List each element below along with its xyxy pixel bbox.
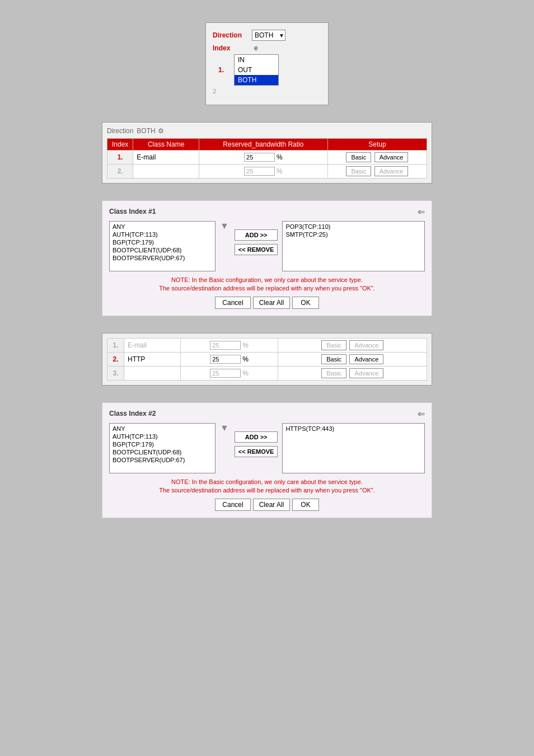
row-3-percent: %: [242, 369, 249, 377]
row-3-advance-btn[interactable]: Advance: [349, 368, 383, 378]
cancel-button-1[interactable]: Cancel: [215, 297, 250, 309]
class-data-table-2: 1. E-mail % Basic Advance 2.: [107, 338, 427, 381]
list-item[interactable]: HTTPS(TCP:443): [284, 425, 423, 433]
row-2-advance-btn-2[interactable]: Advance: [349, 354, 383, 364]
scroll-down-2[interactable]: ▼: [220, 423, 229, 433]
row-1-basic-btn[interactable]: Basic: [346, 152, 371, 162]
row-1-basic-cell: Basic Advance: [327, 151, 427, 165]
row-1-setup-2: Basic Advance: [278, 338, 427, 352]
row-1-bandwidth: %: [180, 338, 278, 352]
direction-dropdown-menu[interactable]: IN OUT BOTH: [234, 54, 279, 86]
list-item[interactable]: BOOTPCLIENT(UDP:68): [111, 448, 214, 456]
option-in[interactable]: IN: [235, 55, 278, 65]
row-2-percent: %: [277, 167, 283, 175]
remove-button-1[interactable]: << REMOVE: [235, 244, 278, 255]
right-list-1[interactable]: POP3(TCP:110) SMTP(TCP:25): [282, 221, 425, 271]
row-1-advance-btn[interactable]: Advance: [374, 152, 409, 162]
direction-select-wrapper: ▼: [252, 30, 285, 41]
row-number-1: 1.: [213, 66, 229, 74]
row-1-advance-btn-2[interactable]: Advance: [349, 340, 383, 350]
left-list-2[interactable]: ANY AUTH(TCP:113) BGP(TCP:179) BOOTPCLIE…: [109, 423, 216, 473]
row-1-bw-input[interactable]: [244, 153, 275, 162]
list-item[interactable]: POP3(TCP:110): [284, 223, 423, 231]
col-class-name: Class Name: [133, 139, 199, 151]
row-3-bandwidth: %: [180, 366, 278, 380]
class-index-1-title: Class Index #1: [109, 208, 425, 215]
row-2-classname-2: HTTP: [124, 352, 181, 366]
class-table-panel-2: 1. E-mail % Basic Advance 2.: [102, 333, 432, 386]
left-list-1[interactable]: ANY AUTH(TCP:113) BGP(TCP:179) BOOTPCLIE…: [109, 221, 216, 271]
table-row: 2. HTTP % Basic Advance: [107, 352, 427, 366]
row-1-bandwidth: %: [199, 151, 327, 165]
row-1-classname: E-mail: [133, 151, 199, 165]
right-list-2[interactable]: HTTPS(TCP:443): [282, 423, 425, 473]
list-item[interactable]: BOOTPSERVER(UDP:67): [111, 456, 214, 464]
class-index-2-panel: Class Index #2 ⇐ ANY AUTH(TCP:113) BGP(T…: [102, 402, 432, 518]
row-2-setup-2: Basic Advance: [278, 352, 427, 366]
note-line-1: NOTE: In the Basic configuration, we onl…: [109, 276, 425, 284]
col-bandwidth: Reserved_bandwidth Ratio: [199, 139, 327, 151]
direction-header-value: BOTH: [137, 127, 155, 135]
row-2-classname: [133, 165, 199, 179]
list-item[interactable]: ANY: [111, 425, 214, 433]
ok-button-1[interactable]: OK: [292, 297, 318, 309]
row-2-index-2: 2.: [107, 352, 124, 366]
list-item[interactable]: BOOTPCLIENT(UDP:68): [111, 246, 214, 254]
list-item[interactable]: BGP(TCP:179): [111, 238, 214, 246]
row-3-basic-btn[interactable]: Basic: [321, 368, 346, 378]
cancel-button-2[interactable]: Cancel: [215, 499, 250, 511]
clear-all-button-2[interactable]: Clear All: [253, 499, 291, 511]
row-2-setup-cell: Basic Advance: [327, 165, 427, 179]
row-2-bw-input[interactable]: [244, 167, 275, 176]
row-2-bandwidth: %: [199, 165, 327, 179]
row-2-advance-btn[interactable]: Advance: [374, 166, 409, 176]
note-1: NOTE: In the Basic configuration, we onl…: [109, 276, 425, 293]
row-2-basic-btn[interactable]: Basic: [346, 166, 371, 176]
option-both[interactable]: BOTH: [235, 75, 278, 85]
list-item[interactable]: AUTH(TCP:113): [111, 433, 214, 440]
direction-input[interactable]: [252, 30, 285, 41]
clear-all-button-1[interactable]: Clear All: [253, 297, 291, 309]
note-line-2-2: The source/destination address will be r…: [109, 486, 425, 495]
row-1-bw-input-2[interactable]: [210, 341, 241, 350]
scroll-down-1[interactable]: ▼: [220, 221, 229, 231]
add-button-1[interactable]: ADD >>: [235, 229, 278, 241]
row-2-percent-2: %: [242, 355, 249, 363]
row-1-classname: E-mail: [124, 338, 181, 352]
direction-header-label: Direction: [107, 127, 133, 135]
action-buttons-2: Cancel Clear All OK: [109, 499, 425, 511]
row-1-percent: %: [277, 153, 283, 161]
list-item[interactable]: AUTH(TCP:113): [111, 231, 214, 238]
list-item[interactable]: ANY: [111, 223, 214, 231]
middle-buttons-2: ADD >> << REMOVE: [235, 423, 278, 457]
row-1-index: 1.: [107, 151, 133, 165]
option-out[interactable]: OUT: [235, 65, 278, 75]
class-table-panel: Direction BOTH ⚙ Index Class Name Reserv…: [102, 122, 432, 184]
row-1-basic-btn-2[interactable]: Basic: [321, 340, 346, 350]
note-line-2: The source/destination address will be r…: [109, 284, 425, 293]
row-3-setup: Basic Advance: [278, 366, 427, 380]
index-label: Index: [213, 44, 252, 52]
row-3-index: 3.: [107, 366, 124, 380]
index-e-label: e: [254, 44, 258, 52]
row-3-bw-input[interactable]: [210, 369, 241, 378]
action-buttons-1: Cancel Clear All OK: [109, 297, 425, 309]
row-2-placeholder: 2: [213, 88, 321, 98]
back-arrow-2[interactable]: ⇐: [418, 408, 425, 419]
list-item[interactable]: BGP(TCP:179): [111, 440, 214, 448]
row-2-basic-btn-2[interactable]: Basic: [321, 354, 346, 364]
class-data-table: Index Class Name Reserved_bandwidth Rati…: [107, 138, 427, 179]
row-2-bandwidth-2: %: [180, 352, 278, 366]
col-index: Index: [107, 139, 133, 151]
middle-buttons-1: ADD >> << REMOVE: [235, 221, 278, 255]
direction-label: Direction: [213, 31, 252, 39]
list-item[interactable]: SMTP(TCP:25): [284, 231, 423, 238]
remove-button-2[interactable]: << REMOVE: [235, 446, 278, 457]
row-3-classname: [124, 366, 181, 380]
back-arrow-1[interactable]: ⇐: [418, 206, 425, 217]
row-2-bw-input-2[interactable]: [210, 355, 241, 364]
ok-button-2[interactable]: OK: [292, 499, 318, 511]
class-index-2-title: Class Index #2: [109, 410, 425, 417]
add-button-2[interactable]: ADD >>: [235, 431, 278, 443]
list-item[interactable]: BOOTPSERVER(UDP:67): [111, 254, 214, 262]
